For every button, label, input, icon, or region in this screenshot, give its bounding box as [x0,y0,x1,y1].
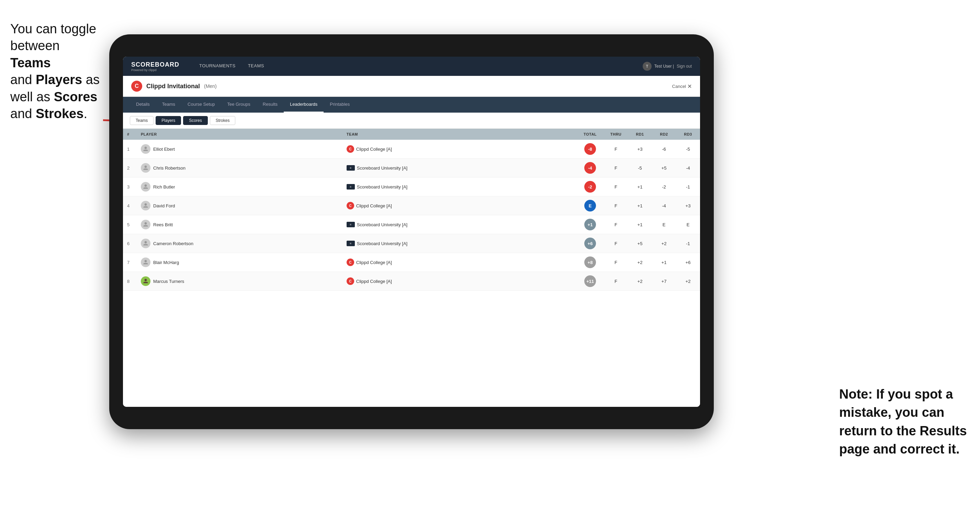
tournament-logo: C [131,81,142,92]
table-row: 8Marcus TurnersCClippd College [A]+11F+2… [123,272,700,291]
cell-rd3: +6 [676,253,700,272]
cell-rd2: +1 [652,253,676,272]
svg-point-1 [145,147,147,149]
cell-total: +1 [576,215,604,234]
table-row: 7Blair McHargCClippd College [A]+8F+2+1+… [123,253,700,272]
cell-rd3: -4 [676,159,700,178]
toggle-teams[interactable]: Teams [130,116,154,125]
cancel-button[interactable]: Cancel ✕ [672,83,692,90]
cell-rd3: +2 [676,272,700,291]
powered-by-text: Powered by clippd [131,68,179,72]
tab-teams[interactable]: Teams [156,97,181,113]
cell-rd2: +5 [652,159,676,178]
nav-tournaments[interactable]: TOURNAMENTS [193,57,242,76]
svg-point-2 [145,165,147,168]
cell-rd3: -1 [676,234,700,253]
toggle-strokes[interactable]: Strokes [210,116,235,125]
cell-rd1: +1 [628,196,652,215]
nav-user: T Test User | Sign out [643,62,692,71]
device-frame: SCOREBOARD Powered by clippd TOURNAMENTS… [109,34,714,429]
leaderboard-data-table: # PLAYER TEAM TOTAL THRU RD1 RD2 RD3 1El… [123,129,700,291]
nav-teams[interactable]: TEAMS [242,57,270,76]
right-annotation: Note: If you spot a mistake, you can ret… [839,385,970,458]
cell-rd1: +5 [628,234,652,253]
col-player: PLAYER [137,129,342,140]
col-rd2: RD2 [652,129,676,140]
tab-printables[interactable]: Printables [324,97,356,113]
col-rank: # [123,129,137,140]
table-row: 3Rich Butler≡Scoreboard University [A]-2… [123,178,700,196]
cell-player: Cameron Robertson [137,234,342,253]
cell-rd2: +2 [652,234,676,253]
cell-total: E [576,196,604,215]
cell-total: +11 [576,272,604,291]
cell-rd1: +2 [628,253,652,272]
bold-scores: Scores [54,90,97,104]
tab-leaderboards[interactable]: Leaderboards [284,97,324,113]
cell-thru: F [604,178,628,196]
cell-player: Chris Robertson [137,159,342,178]
nav-links: TOURNAMENTS TEAMS [193,57,643,76]
cell-team: CClippd College [A] [342,196,576,215]
device-screen: SCOREBOARD Powered by clippd TOURNAMENTS… [123,57,700,407]
cell-team: CClippd College [A] [342,272,576,291]
toggle-players[interactable]: Players [156,116,181,125]
cell-rank: 5 [123,215,137,234]
cell-rd2: +7 [652,272,676,291]
svg-point-7 [145,260,147,262]
table-row: 5Rees Britt≡Scoreboard University [A]+1F… [123,215,700,234]
cell-team: CClippd College [A] [342,140,576,159]
close-icon: ✕ [687,83,692,90]
cell-thru: F [604,196,628,215]
cell-total: -8 [576,140,604,159]
col-rd3: RD3 [676,129,700,140]
table-row: 2Chris Robertson≡Scoreboard University [… [123,159,700,178]
sub-tabs: Details Teams Course Setup Tee Groups Re… [123,97,700,113]
cell-team: ≡Scoreboard University [A] [342,234,576,253]
cell-rd1: +1 [628,178,652,196]
cell-team: ≡Scoreboard University [A] [342,178,576,196]
tab-results[interactable]: Results [256,97,284,113]
cell-player: Elliot Ebert [137,140,342,159]
sign-out-link[interactable]: Sign out [677,64,692,69]
tab-tee-groups[interactable]: Tee Groups [221,97,256,113]
tab-course-setup[interactable]: Course Setup [181,97,221,113]
bold-players: Players [36,73,82,87]
col-thru: THRU [604,129,628,140]
cell-thru: F [604,253,628,272]
cell-rd3: E [676,215,700,234]
col-total: TOTAL [576,129,604,140]
logo-text: SCOREBOARD [131,61,179,68]
col-team: TEAM [342,129,576,140]
tournament-name: Clippd Invitational [146,83,200,90]
toggle-scores[interactable]: Scores [183,116,207,125]
cell-thru: F [604,272,628,291]
cell-total: -2 [576,178,604,196]
user-name: Test User | [654,64,674,69]
cell-player: Blair McHarg [137,253,342,272]
leaderboard-table: # PLAYER TEAM TOTAL THRU RD1 RD2 RD3 1El… [123,129,700,407]
top-nav: SCOREBOARD Powered by clippd TOURNAMENTS… [123,57,700,76]
tournament-gender: (Men) [204,83,217,89]
cell-player: David Ford [137,196,342,215]
tournament-title-row: C Clippd Invitational (Men) [131,81,217,92]
cell-rank: 1 [123,140,137,159]
svg-point-4 [145,203,147,206]
tab-details[interactable]: Details [130,97,156,113]
tournament-header: C Clippd Invitational (Men) Cancel ✕ [123,76,700,97]
cell-rank: 3 [123,178,137,196]
svg-point-5 [145,222,147,225]
cell-thru: F [604,140,628,159]
cell-rank: 8 [123,272,137,291]
scoreboard-logo: SCOREBOARD Powered by clippd [131,61,179,72]
svg-point-3 [145,184,147,187]
cell-team: ≡Scoreboard University [A] [342,215,576,234]
bold-teams: Teams [10,56,51,70]
bold-strokes: Strokes [36,106,83,121]
cell-thru: F [604,159,628,178]
cell-player: Rees Britt [137,215,342,234]
svg-point-8 [145,279,147,281]
svg-point-6 [145,241,147,243]
cell-rd2: E [652,215,676,234]
cell-rank: 7 [123,253,137,272]
